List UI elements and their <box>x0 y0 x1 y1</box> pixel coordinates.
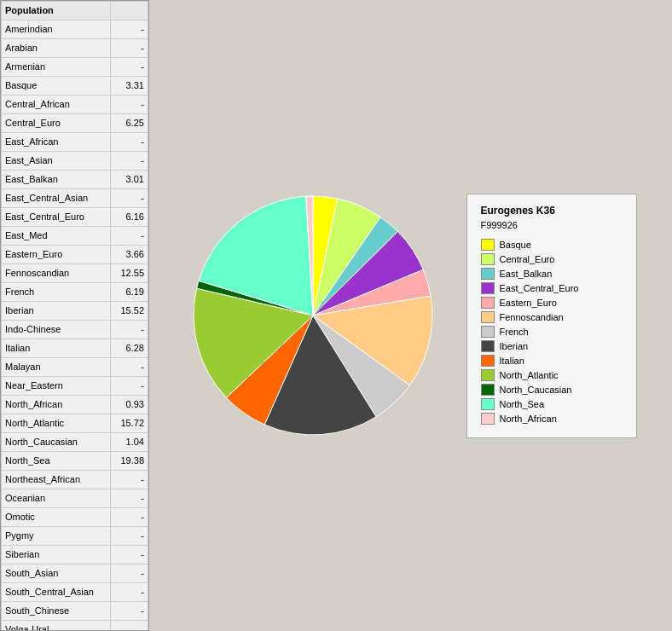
legend-item-north-atlantic: North_Atlantic <box>481 369 623 381</box>
population-value: - <box>110 39 148 58</box>
population-name: South_Central_Asian <box>2 583 111 602</box>
population-name: Near_Eastern <box>2 377 111 396</box>
col-header-population: Population <box>2 2 111 20</box>
population-name: Italian <box>2 339 111 358</box>
population-value: - <box>110 321 148 339</box>
population-name: Fennoscandian <box>2 264 111 283</box>
legend-item-basque: Basque <box>481 239 623 251</box>
legend-title: Eurogenes K36 <box>481 205 623 217</box>
population-value: - <box>110 489 148 508</box>
population-value: - <box>110 527 148 546</box>
col-header-value <box>110 2 148 20</box>
population-value: - <box>110 471 148 489</box>
population-name: South_Asian <box>2 564 111 583</box>
population-value: 6.16 <box>110 208 148 227</box>
population-value: 0.93 <box>110 396 148 414</box>
legend-color-swatch <box>481 326 495 338</box>
legend-item-east-balkan: East_Balkan <box>481 268 623 280</box>
population-name: East_Central_Euro <box>2 208 111 227</box>
population-name: North_Caucasian <box>2 433 111 452</box>
population-value: 3.31 <box>110 77 148 96</box>
legend-label: East_Central_Euro <box>500 283 579 293</box>
population-name: Amerindian <box>2 20 111 39</box>
population-value: 6.28 <box>110 339 148 358</box>
population-value: - <box>110 20 148 39</box>
legend-item-fennoscandian: Fennoscandian <box>481 311 623 323</box>
legend-label: North_African <box>500 414 557 424</box>
population-value: - <box>110 546 148 564</box>
legend-label: Eastern_Euro <box>500 298 557 308</box>
population-value: - <box>110 377 148 396</box>
population-value: 15.72 <box>110 414 148 433</box>
legend-label: Italian <box>500 356 524 366</box>
legend-label: North_Atlantic <box>500 370 559 380</box>
population-name: South_Chinese <box>2 602 111 621</box>
legend-color-swatch <box>481 384 495 396</box>
population-value: 6.19 <box>110 283 148 302</box>
population-name: Central_African <box>2 96 111 114</box>
population-name: East_Med <box>2 227 111 246</box>
legend: Eurogenes K36 F999926 BasqueCentral_Euro… <box>466 194 637 438</box>
population-value: 15.52 <box>110 302 148 321</box>
population-value: 19.38 <box>110 452 148 471</box>
population-name: Indo-Chinese <box>2 321 111 339</box>
population-value: - <box>110 621 148 632</box>
legend-color-swatch <box>481 253 495 265</box>
legend-color-swatch <box>481 297 495 309</box>
chart-panel: Eurogenes K36 F999926 BasqueCentral_Euro… <box>149 0 672 631</box>
population-value: 6.25 <box>110 114 148 133</box>
population-name: Basque <box>2 77 111 96</box>
legend-item-italian: Italian <box>481 355 623 367</box>
population-name: East_Balkan <box>2 171 111 189</box>
population-name: North_Atlantic <box>2 414 111 433</box>
legend-color-swatch <box>481 398 495 410</box>
legend-color-swatch <box>481 311 495 323</box>
population-name: Armenian <box>2 58 111 77</box>
population-table: Population Amerindian-Arabian-Armenian-B… <box>1 1 148 631</box>
population-name: North_African <box>2 396 111 414</box>
population-name: Iberian <box>2 302 111 321</box>
legend-color-swatch <box>481 282 495 294</box>
population-name: East_African <box>2 133 111 152</box>
legend-color-swatch <box>481 413 495 425</box>
population-value: - <box>110 564 148 583</box>
pie-chart <box>185 188 441 443</box>
population-name: Malayan <box>2 358 111 377</box>
legend-item-north-sea: North_Sea <box>481 398 623 410</box>
population-value: - <box>110 152 148 171</box>
population-name: French <box>2 283 111 302</box>
legend-color-swatch <box>481 239 495 251</box>
legend-label: Central_Euro <box>500 254 555 264</box>
legend-label: Fennoscandian <box>500 312 564 322</box>
legend-item-iberian: Iberian <box>481 340 623 352</box>
legend-item-french: French <box>481 326 623 338</box>
population-value: - <box>110 583 148 602</box>
legend-color-swatch <box>481 369 495 381</box>
population-value: - <box>110 58 148 77</box>
population-value: 3.66 <box>110 246 148 264</box>
population-value: 12.55 <box>110 264 148 283</box>
legend-label: North_Sea <box>500 399 545 409</box>
legend-label: Iberian <box>500 341 529 351</box>
legend-label: East_Balkan <box>500 269 553 279</box>
population-name: Siberian <box>2 546 111 564</box>
population-value: 3.01 <box>110 171 148 189</box>
legend-subtitle: F999926 <box>481 220 623 230</box>
population-value: - <box>110 227 148 246</box>
population-value: - <box>110 358 148 377</box>
data-table-panel: Population Amerindian-Arabian-Armenian-B… <box>0 0 149 631</box>
population-name: East_Asian <box>2 152 111 171</box>
legend-color-swatch <box>481 355 495 367</box>
population-name: Volga-Ural <box>2 621 111 632</box>
population-name: North_Sea <box>2 452 111 471</box>
legend-item-north-caucasian: North_Caucasian <box>481 384 623 396</box>
population-name: Pygmy <box>2 527 111 546</box>
population-name: Central_Euro <box>2 114 111 133</box>
legend-item-eastern-euro: Eastern_Euro <box>481 297 623 309</box>
pie-svg <box>185 188 441 443</box>
legend-item-east-central-euro: East_Central_Euro <box>481 282 623 294</box>
population-value: - <box>110 96 148 114</box>
population-name: Omotic <box>2 508 111 527</box>
legend-item-north-african: North_African <box>481 413 623 425</box>
population-name: Arabian <box>2 39 111 58</box>
